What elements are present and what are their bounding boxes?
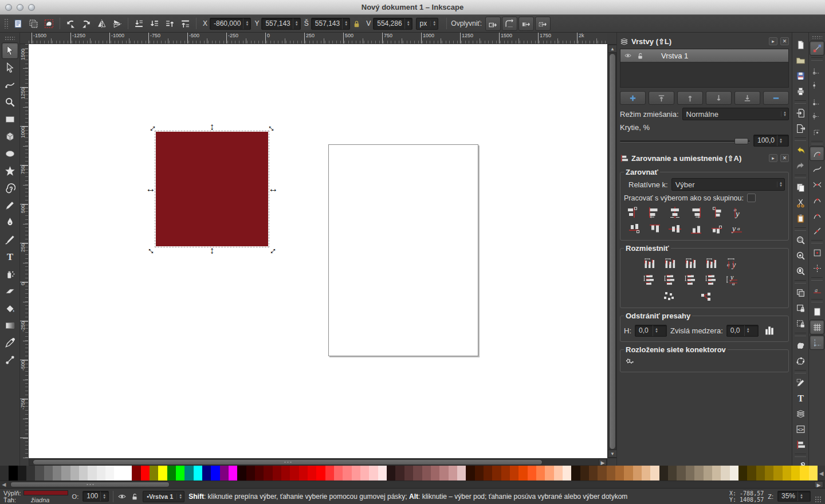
- align-right-edges[interactable]: [686, 205, 705, 220]
- palette-swatch[interactable]: [255, 466, 264, 481]
- scale-handle-sw[interactable]: [147, 245, 157, 255]
- print-button[interactable]: [793, 84, 808, 99]
- toolbar-grip[interactable]: [4, 18, 9, 29]
- palette-swatch[interactable]: [158, 466, 167, 481]
- scale-handle-n[interactable]: [207, 122, 217, 132]
- xml-editor-button[interactable]: [793, 422, 808, 436]
- palette-swatch[interactable]: [791, 466, 800, 481]
- distribute-horizontal-gaps[interactable]: [702, 256, 721, 271]
- scale-stroke-toggle[interactable]: [485, 17, 501, 31]
- palette-swatch[interactable]: [387, 466, 395, 481]
- snap-line-midpoints-toggle[interactable]: [810, 223, 824, 238]
- palette-swatch[interactable]: [53, 466, 61, 481]
- scroll-right-arrow[interactable]: ▶: [599, 459, 607, 466]
- palette-swatch[interactable]: [730, 466, 738, 481]
- palette-swatch[interactable]: [773, 466, 782, 481]
- palette-swatch[interactable]: [642, 466, 650, 481]
- palette-scrollbar[interactable]: ◀ ▶: [0, 481, 825, 488]
- palette-swatch[interactable]: [316, 466, 325, 481]
- palette-swatch[interactable]: [580, 466, 589, 481]
- h-gap-input[interactable]: 0,0 ▲▼: [635, 325, 667, 337]
- palette-swatch[interactable]: [800, 466, 808, 481]
- align-text-horizontal[interactable]: [727, 205, 746, 220]
- layer-visibility-icon[interactable]: [624, 52, 632, 60]
- group-move-checkbox[interactable]: [747, 194, 756, 202]
- opacity-stepper[interactable]: ▲▼: [777, 135, 784, 146]
- snap-bbox-edges-toggle[interactable]: [810, 78, 824, 93]
- palette-swatch[interactable]: [475, 466, 484, 481]
- palette-swatch[interactable]: [615, 466, 624, 481]
- lower-layer-button[interactable]: [706, 91, 732, 105]
- snap-text-baseline-toggle[interactable]: [810, 282, 824, 297]
- separator[interactable]: [795, 175, 806, 178]
- opacity-slider[interactable]: [620, 136, 750, 145]
- palette-swatch[interactable]: [765, 466, 773, 481]
- opacity-slider-thumb[interactable]: [734, 138, 748, 144]
- align-bottom-to-anchor-top[interactable]: [624, 222, 643, 237]
- separator[interactable]: [795, 100, 806, 104]
- align-bottom-edges[interactable]: [686, 222, 705, 237]
- x-input[interactable]: -860,000 ▲▼: [210, 18, 251, 30]
- scale-handle-w[interactable]: [146, 184, 156, 194]
- object-opacity-input[interactable]: 100 ▲▼: [82, 491, 109, 502]
- palette-scroll-left-icon[interactable]: ◀: [818, 466, 825, 481]
- palette-swatch[interactable]: [704, 466, 712, 481]
- raise-button[interactable]: [162, 17, 178, 31]
- export-button[interactable]: [793, 121, 808, 136]
- distribute-top-edges[interactable]: [640, 273, 659, 288]
- layer-row-selected[interactable]: Vrstva 1: [620, 49, 788, 62]
- snap-bbox-centers-toggle[interactable]: [810, 124, 824, 139]
- lower-to-bottom-button[interactable]: [131, 17, 147, 31]
- separator[interactable]: [811, 299, 823, 302]
- align-dialog-button[interactable]: [793, 437, 808, 452]
- scroll-down-arrow[interactable]: ▼: [608, 450, 617, 458]
- palette-swatch[interactable]: [422, 466, 431, 481]
- snap-smooth-nodes-toggle[interactable]: [810, 208, 824, 223]
- palette-swatch[interactable]: [510, 466, 518, 481]
- remove-overlaps-button[interactable]: [762, 323, 777, 338]
- fill-stroke-indicator[interactable]: Výplň: Ťah: žiadna: [3, 490, 68, 503]
- snap-bbox-corners-toggle[interactable]: [810, 93, 824, 108]
- snap-page-border-toggle[interactable]: [810, 304, 824, 319]
- horizontal-ruler[interactable]: -1500-1250-1000-750-500-2500250500750100…: [29, 33, 607, 44]
- fill-color-swatch[interactable]: [23, 490, 68, 495]
- palette-swatch[interactable]: [747, 466, 756, 481]
- raise-layer-button[interactable]: [677, 91, 703, 105]
- palette-swatch[interactable]: [229, 466, 237, 481]
- flip-horizontal-button[interactable]: [94, 17, 109, 31]
- undo-button[interactable]: [793, 143, 808, 158]
- save-document-button[interactable]: [793, 68, 808, 83]
- palette-swatch[interactable]: [563, 466, 571, 481]
- spiral-tool[interactable]: [2, 180, 18, 196]
- scale-handle-e[interactable]: [268, 184, 278, 194]
- palette-swatch[interactable]: [650, 466, 659, 481]
- palette-swatch[interactable]: [141, 466, 150, 481]
- gradient-tool[interactable]: [2, 317, 18, 334]
- open-document-button[interactable]: [793, 53, 808, 68]
- arrange-connector-network-button[interactable]: [624, 356, 640, 368]
- separator[interactable]: [811, 57, 823, 61]
- align-right-to-anchor-left[interactable]: [624, 205, 643, 220]
- minimize-button[interactable]: [17, 4, 23, 11]
- palette-swatch[interactable]: [449, 466, 457, 481]
- palette-swatch[interactable]: [0, 466, 9, 481]
- palette-swatch[interactable]: [571, 466, 580, 481]
- separator[interactable]: [795, 333, 806, 336]
- zoom-to-drawing-button[interactable]: [793, 248, 808, 263]
- palette-swatch[interactable]: [150, 466, 158, 481]
- distribute-bottom-edges[interactable]: [681, 273, 700, 288]
- palette-swatch[interactable]: [237, 466, 246, 481]
- star-tool[interactable]: [2, 163, 18, 179]
- canvas-vertical-scrollbar[interactable]: ▲ ▼: [607, 44, 616, 458]
- panel-close-button[interactable]: ✕: [780, 37, 789, 45]
- palette-swatch[interactable]: [809, 466, 818, 481]
- connector-tool[interactable]: [2, 352, 18, 368]
- flip-vertical-button[interactable]: [109, 17, 125, 31]
- delete-layer-button[interactable]: [763, 91, 789, 105]
- palette-swatch[interactable]: [492, 466, 501, 481]
- palette-scroll-thumb[interactable]: [10, 482, 170, 487]
- scale-handle-s[interactable]: [207, 246, 217, 256]
- opacity-input[interactable]: 100,0 ▲▼: [753, 135, 789, 147]
- snap-cusp-nodes-toggle[interactable]: [810, 192, 824, 207]
- height-stepper[interactable]: ▲▼: [404, 18, 412, 29]
